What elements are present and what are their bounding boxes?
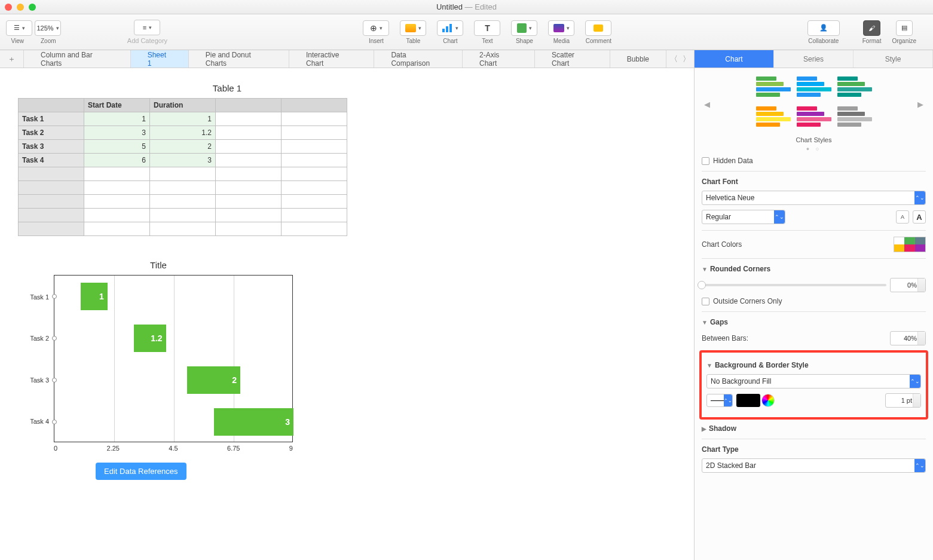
- shape-button[interactable]: [511, 20, 537, 36]
- table-cell[interactable]: [150, 195, 216, 209]
- selection-handle[interactable]: [52, 378, 57, 382]
- table-cell[interactable]: [216, 140, 282, 154]
- bg-border-disclosure[interactable]: ▼: [706, 362, 712, 369]
- chart-bar[interactable]: 3: [214, 408, 293, 436]
- edit-data-references-button[interactable]: Edit Data References: [96, 463, 186, 480]
- table-cell[interactable]: [216, 181, 282, 195]
- table-header-cell[interactable]: [282, 99, 347, 112]
- text-button[interactable]: T: [474, 20, 500, 36]
- table-header-cell[interactable]: [216, 99, 282, 112]
- table-cell[interactable]: [282, 126, 347, 140]
- chart-bar[interactable]: 1: [81, 283, 107, 310]
- table-cell[interactable]: [282, 154, 347, 167]
- media-button[interactable]: [548, 20, 574, 36]
- hidden-data-checkbox[interactable]: [702, 157, 709, 165]
- view-menu-button[interactable]: ☰: [6, 20, 32, 36]
- table-cell[interactable]: [150, 209, 216, 222]
- sheet-tab[interactable]: 2-Axis Chart: [463, 50, 535, 68]
- styles-pager-dots[interactable]: ● ○: [702, 146, 926, 152]
- table-cell[interactable]: [84, 195, 150, 209]
- border-color-wheel[interactable]: [761, 394, 775, 407]
- zoom-window-button[interactable]: [29, 4, 36, 11]
- table-cell[interactable]: [84, 209, 150, 222]
- sheet-tab[interactable]: Scatter Chart: [535, 50, 610, 68]
- chart-style-thumb[interactable]: [837, 104, 872, 129]
- table-cell[interactable]: 6: [84, 154, 150, 167]
- canvas[interactable]: Table 1 Start DateDuration Task 111Task …: [0, 68, 694, 560]
- table-cell[interactable]: [282, 181, 347, 195]
- sheet-nav-next[interactable]: 〉: [683, 54, 690, 65]
- chart-bar[interactable]: 2: [187, 366, 240, 394]
- table-cell[interactable]: 3: [84, 126, 150, 140]
- chart-bar[interactable]: 1.2: [134, 325, 166, 352]
- chart-style-thumb[interactable]: [797, 74, 831, 99]
- between-bars-stepper[interactable]: 40%: [890, 331, 926, 345]
- table-cell[interactable]: 3: [150, 154, 216, 167]
- table-cell[interactable]: [19, 195, 84, 209]
- chart-title[interactable]: Title: [18, 260, 299, 270]
- format-button[interactable]: 🖌: [863, 20, 880, 36]
- chart-style-thumb[interactable]: [837, 74, 872, 99]
- chart-colors-button[interactable]: [894, 237, 926, 252]
- selection-handle[interactable]: [52, 420, 57, 424]
- chart-style-thumb[interactable]: [756, 74, 791, 99]
- border-width-stepper[interactable]: 1 pt: [885, 393, 921, 408]
- table-cell[interactable]: [84, 181, 150, 195]
- table-row-header[interactable]: Task 2: [19, 126, 84, 140]
- sheet-tab[interactable]: Interactive Chart: [289, 50, 374, 68]
- table-row-header[interactable]: Task 1: [19, 112, 84, 126]
- selection-handle[interactable]: [52, 336, 57, 341]
- sheet-tab[interactable]: Column and Bar Charts: [24, 50, 131, 68]
- comment-button[interactable]: [585, 20, 611, 36]
- zoom-menu-button[interactable]: 125%: [35, 20, 61, 36]
- sheet-nav-prev[interactable]: 〈: [670, 54, 678, 65]
- sheet-tab[interactable]: Sheet 1: [131, 50, 189, 68]
- table-cell[interactable]: [19, 209, 84, 222]
- minimize-window-button[interactable]: [17, 4, 24, 11]
- table-header-cell[interactable]: Start Date: [84, 99, 150, 112]
- table-cell[interactable]: [84, 222, 150, 236]
- inspector-tab[interactable]: Style: [854, 50, 933, 68]
- table-cell[interactable]: [216, 112, 282, 126]
- selection-handle[interactable]: [52, 294, 57, 299]
- table-cell[interactable]: 1: [84, 112, 150, 126]
- table-title[interactable]: Table 1: [167, 83, 287, 93]
- chart-plot-area[interactable]: 11.223: [54, 275, 293, 442]
- inspector-tab[interactable]: Chart: [695, 50, 774, 68]
- insert-button[interactable]: ⊕: [363, 20, 389, 36]
- chart-type-select[interactable]: 2D Stacked Bar⌃⌄: [702, 458, 926, 473]
- table-header-cell[interactable]: Duration: [150, 99, 216, 112]
- organize-button[interactable]: ▤: [896, 20, 913, 36]
- table-cell[interactable]: [150, 167, 216, 181]
- table-cell[interactable]: [150, 181, 216, 195]
- styles-prev-button[interactable]: ◀: [702, 100, 712, 109]
- table-cell[interactable]: [216, 209, 282, 222]
- rounded-corners-disclosure[interactable]: ▼: [702, 266, 708, 273]
- border-color-swatch[interactable]: [736, 394, 760, 407]
- table-cell[interactable]: [282, 167, 347, 181]
- table-cell[interactable]: [282, 222, 347, 236]
- sheet-tab[interactable]: Pie and Donut Charts: [189, 50, 289, 68]
- table-cell[interactable]: [19, 181, 84, 195]
- font-smaller-button[interactable]: A: [896, 210, 909, 224]
- table-cell[interactable]: [216, 222, 282, 236]
- table-header-cell[interactable]: [19, 99, 84, 112]
- table-cell[interactable]: 2: [150, 140, 216, 154]
- add-category-button[interactable]: ≡: [134, 20, 160, 35]
- gaps-disclosure[interactable]: ▼: [702, 319, 708, 326]
- table-cell[interactable]: [216, 167, 282, 181]
- sheet-tab[interactable]: Bubble: [610, 50, 666, 68]
- chart-object[interactable]: Title Task 1Task 2Task 3Task 4 11.223 02…: [18, 260, 682, 480]
- table-row-header[interactable]: Task 3: [19, 140, 84, 154]
- inspector-tab[interactable]: Series: [774, 50, 854, 68]
- table-cell[interactable]: [150, 222, 216, 236]
- close-window-button[interactable]: [5, 4, 12, 11]
- table-cell[interactable]: [282, 140, 347, 154]
- table-cell[interactable]: [282, 112, 347, 126]
- table-cell[interactable]: 1.2: [150, 126, 216, 140]
- outside-corners-checkbox[interactable]: [702, 298, 709, 305]
- border-line-style-select[interactable]: ⌃⌄: [706, 394, 733, 407]
- background-fill-select[interactable]: No Background Fill⌃⌄: [706, 374, 921, 388]
- table-cell[interactable]: [282, 209, 347, 222]
- styles-next-button[interactable]: ▶: [915, 100, 926, 109]
